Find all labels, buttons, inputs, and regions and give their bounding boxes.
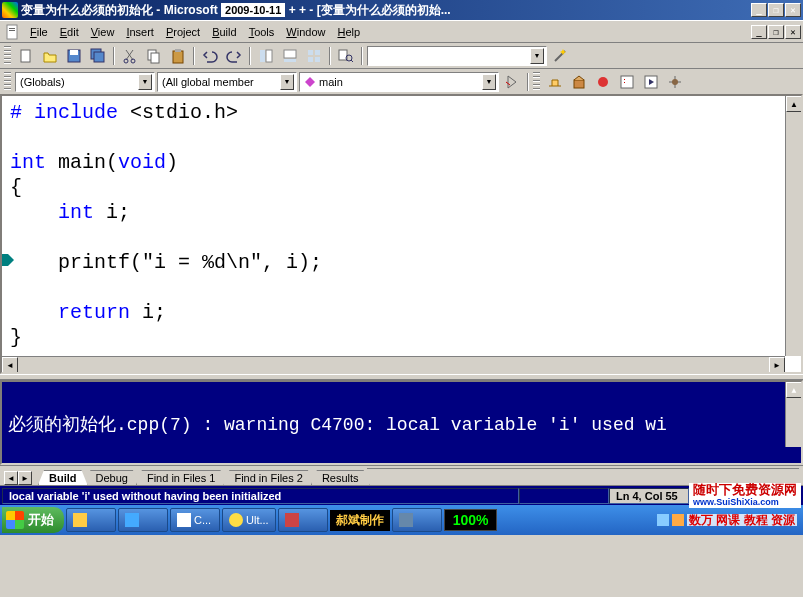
- taskbar-item[interactable]: [278, 508, 328, 532]
- quick-launch-item[interactable]: [66, 508, 116, 532]
- scroll-up-button[interactable]: ▲: [786, 382, 802, 398]
- wizard-button[interactable]: [549, 45, 571, 67]
- system-tray[interactable]: 数万 网课 教程 资源: [653, 514, 801, 526]
- taskbar-item[interactable]: C...: [170, 508, 220, 532]
- open-button[interactable]: [39, 45, 61, 67]
- chevron-down-icon[interactable]: ▼: [482, 74, 496, 90]
- tab-scroll-left-button[interactable]: ◄: [4, 471, 18, 485]
- app-icon: [125, 513, 139, 527]
- tab-scroll-right-button[interactable]: ►: [18, 471, 32, 485]
- tab-find-in-files-1[interactable]: Find in Files 1: [136, 470, 226, 485]
- mdi-restore-button[interactable]: ❐: [768, 25, 784, 39]
- paste-button[interactable]: [167, 45, 189, 67]
- code-editor[interactable]: # include <stdio.h> int main(void) { int…: [0, 94, 803, 374]
- svg-rect-17: [284, 59, 296, 62]
- start-button[interactable]: 开始: [2, 507, 64, 533]
- find-in-files-button[interactable]: [335, 45, 357, 67]
- scroll-left-button[interactable]: ◄: [2, 357, 18, 373]
- menu-window[interactable]: Window: [280, 24, 331, 40]
- tab-find-in-files-2[interactable]: Find in Files 2: [223, 470, 313, 485]
- svg-rect-0: [7, 25, 17, 39]
- quick-launch-item[interactable]: [118, 508, 168, 532]
- output-window[interactable]: 必须的初始化.cpp(7) : warning C4700: local var…: [0, 380, 803, 465]
- copy-button[interactable]: [143, 45, 165, 67]
- minimize-button[interactable]: _: [751, 3, 767, 17]
- taskbar-item-label: C...: [194, 514, 211, 526]
- scroll-up-button[interactable]: ▲: [786, 96, 802, 112]
- window-list-button[interactable]: [303, 45, 325, 67]
- go-button[interactable]: [501, 71, 523, 93]
- svg-rect-14: [260, 50, 265, 62]
- taskbar-item[interactable]: Ult...: [222, 508, 276, 532]
- menu-help[interactable]: Help: [331, 24, 366, 40]
- window-title: 变量为什么必须的初始化 - Microsoft 2009-10-11 + + -…: [21, 2, 751, 19]
- tab-debug[interactable]: Debug: [85, 470, 139, 485]
- mdi-close-button[interactable]: ✕: [785, 25, 801, 39]
- tray-icon[interactable]: [672, 514, 684, 526]
- workspace-button[interactable]: [255, 45, 277, 67]
- watermark: 随时下免费资源网 www.SuiShiXia.com: [689, 487, 801, 505]
- close-button[interactable]: ✕: [785, 3, 801, 17]
- redo-button[interactable]: [223, 45, 245, 67]
- tab-results[interactable]: Results: [311, 470, 370, 485]
- tray-icon[interactable]: [657, 514, 669, 526]
- output-window-button[interactable]: [279, 45, 301, 67]
- code-token: return: [58, 301, 130, 324]
- scroll-right-button[interactable]: ►: [769, 357, 785, 373]
- horizontal-scrollbar[interactable]: ◄ ►: [2, 356, 785, 372]
- scope-combo[interactable]: (Globals) ▼: [15, 72, 155, 92]
- status-message: local variable 'i' used without having b…: [2, 488, 519, 504]
- function-combo[interactable]: main ▼: [299, 72, 499, 92]
- menu-insert[interactable]: Insert: [120, 24, 160, 40]
- save-all-button[interactable]: [87, 45, 109, 67]
- go-debug-button[interactable]: [640, 71, 662, 93]
- paste-icon: [170, 48, 186, 64]
- svg-rect-3: [21, 50, 30, 62]
- stop-build-button[interactable]: [592, 71, 614, 93]
- menu-edit[interactable]: Edit: [54, 24, 85, 40]
- svg-rect-19: [315, 50, 320, 55]
- svg-rect-13: [175, 49, 181, 52]
- editor-content[interactable]: # include <stdio.h> int main(void) { int…: [2, 96, 801, 354]
- toolbar-grip[interactable]: [4, 72, 11, 92]
- svg-rect-26: [621, 76, 633, 88]
- go-debug-icon: [643, 74, 659, 90]
- tab-build[interactable]: Build: [38, 470, 88, 485]
- execute-button[interactable]: [616, 71, 638, 93]
- app-icon: [399, 513, 413, 527]
- new-file-button[interactable]: [15, 45, 37, 67]
- vertical-scrollbar[interactable]: ▲: [785, 96, 801, 356]
- menu-view[interactable]: View: [85, 24, 121, 40]
- chevron-down-icon[interactable]: ▼: [280, 74, 294, 90]
- svg-rect-7: [94, 52, 104, 62]
- copy-icon: [146, 48, 162, 64]
- taskbar-item[interactable]: [392, 508, 442, 532]
- breakpoint-button[interactable]: [664, 71, 686, 93]
- code-line: printf("i = %d\n", i);: [10, 250, 793, 275]
- svg-rect-16: [284, 50, 296, 58]
- menu-build[interactable]: Build: [206, 24, 242, 40]
- menu-file[interactable]: FFileile: [24, 24, 54, 40]
- vertical-scrollbar[interactable]: ▲: [785, 382, 801, 447]
- menu-tools[interactable]: Tools: [243, 24, 281, 40]
- chevron-down-icon[interactable]: ▼: [138, 74, 152, 90]
- member-icon: [304, 76, 316, 88]
- toolbar-grip[interactable]: [4, 46, 11, 66]
- members-combo[interactable]: (All global member ▼: [157, 72, 297, 92]
- menu-project[interactable]: Project: [160, 24, 206, 40]
- chevron-down-icon[interactable]: ▼: [530, 48, 544, 64]
- toolbar-grip[interactable]: [533, 72, 540, 92]
- find-combo[interactable]: ▼: [367, 46, 547, 66]
- restore-button[interactable]: ❐: [768, 3, 784, 17]
- undo-button[interactable]: [199, 45, 221, 67]
- members-combo-value: (All global member: [162, 76, 254, 88]
- cut-button[interactable]: [119, 45, 141, 67]
- find-in-files-icon: [338, 48, 354, 64]
- mdi-minimize-button[interactable]: _: [751, 25, 767, 39]
- output-window-icon: [282, 48, 298, 64]
- build-button[interactable]: [568, 71, 590, 93]
- code-token: main(: [46, 151, 118, 174]
- compile-button[interactable]: [544, 71, 566, 93]
- save-button[interactable]: [63, 45, 85, 67]
- taskbar: 开始 C... Ult... 郝斌制作 100% 数万 网课 教程 资源: [0, 505, 803, 535]
